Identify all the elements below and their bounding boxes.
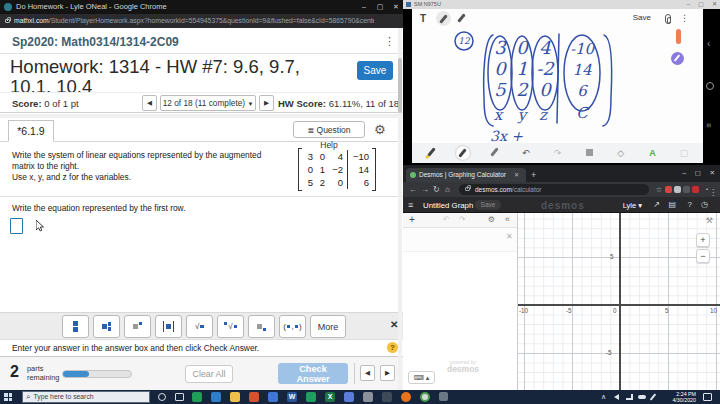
collapse-panel-icon[interactable]: « (505, 214, 510, 224)
eraser-tool-icon[interactable] (487, 147, 501, 159)
text-tool-icon[interactable]: T (420, 13, 426, 24)
previous-question-button[interactable]: ◀ (142, 95, 157, 111)
graph-title[interactable]: Untitled Graph (423, 201, 473, 210)
square-root-icon[interactable]: √ (186, 315, 213, 338)
home-icon[interactable]: ⌂ (445, 182, 450, 197)
answer-input-box[interactable] (10, 218, 23, 234)
undo-icon[interactable]: ↶ (443, 215, 450, 224)
word-icon[interactable]: W (287, 392, 297, 402)
your-phone-icon[interactable] (382, 392, 392, 402)
pen-tool-selected[interactable] (436, 11, 451, 26)
ordered-pair-icon[interactable]: (,) (279, 315, 306, 338)
windows-ink-pen-icon[interactable] (650, 393, 657, 400)
absolute-value-icon[interactable] (155, 315, 182, 338)
extension-icon-4[interactable] (692, 186, 699, 193)
browser-tab[interactable]: Desmos | Graphing Calculator ✕ (406, 168, 526, 182)
sheets-icon[interactable] (306, 392, 316, 402)
file-explorer-icon[interactable] (230, 392, 240, 402)
desmos-save-button[interactable]: Save (475, 200, 501, 210)
nth-root-icon[interactable]: √ (217, 315, 244, 338)
pen-tool-selected-icon[interactable] (456, 146, 470, 160)
task-view-icon[interactable] (175, 393, 184, 401)
taskbar-search-input[interactable]: ⌕Type here to search (22, 391, 150, 403)
new-tab-button[interactable]: + (531, 168, 536, 182)
shape-tool-icon[interactable]: ◇ (614, 148, 628, 158)
taskbar-clock[interactable]: 2:24 PM 4/30/2020 (662, 391, 696, 403)
footer-next-button[interactable]: ▶ (380, 365, 395, 381)
account-menu[interactable]: Lyle ▾ (623, 201, 642, 210)
notes-menu-kebab-icon[interactable]: ⋮ (680, 13, 689, 23)
brush-tool-icon[interactable] (457, 13, 466, 23)
edge-icon[interactable] (268, 392, 278, 402)
saved-graphs-folder-icon[interactable]: ▤ (668, 200, 676, 209)
redo-icon[interactable]: ↷ (459, 215, 466, 224)
question-number-tab[interactable]: *6.1.9 (8, 120, 54, 142)
text-recognition-icon[interactable]: A (645, 148, 659, 158)
network-icon[interactable] (626, 394, 633, 400)
scroll-handle[interactable] (676, 29, 681, 44)
photos-icon[interactable] (344, 392, 354, 402)
selection-tool-icon[interactable] (582, 148, 596, 158)
zoom-out-button[interactable]: − (696, 249, 710, 263)
excel-icon[interactable]: X (325, 392, 335, 402)
firefox-icon[interactable] (401, 392, 411, 402)
attach-paperclip-icon[interactable] (665, 14, 671, 24)
powerpoint-icon[interactable] (249, 392, 259, 402)
fraction-icon[interactable] (62, 315, 89, 338)
settings-app-icon[interactable] (363, 392, 373, 402)
extension-icon-1[interactable] (665, 186, 672, 193)
extension-icon-3[interactable] (683, 186, 690, 193)
bookmark-star-icon[interactable]: ☆ (656, 182, 662, 197)
minimize-button[interactable]: – (687, 0, 690, 9)
graph-paper[interactable]: -10 -5 0 5 10 5 -5 ⚒ + − (518, 213, 720, 390)
mail-icon[interactable] (211, 392, 221, 402)
hamburger-menu-icon[interactable]: ≡ (408, 200, 413, 210)
question-select-dropdown[interactable]: 12 of 18 (11 complete) ▼ (160, 95, 256, 111)
tab-close-icon[interactable]: ✕ (514, 168, 519, 182)
graph-settings-wrench-icon[interactable]: ⚒ (706, 216, 713, 225)
onedrive-cloud-icon[interactable] (638, 395, 646, 399)
reload-icon[interactable]: ↻ (433, 182, 440, 197)
close-button[interactable]: ✕ (712, 0, 717, 9)
history-clock-icon[interactable]: ◷ (701, 200, 708, 209)
action-center-icon[interactable] (703, 393, 712, 401)
add-expression-button[interactable]: + (409, 214, 415, 225)
address-bar[interactable]: mathxl.com/Student/PlayerHomework.aspx?h… (0, 14, 403, 28)
url-box[interactable]: desmos.com/calculator (459, 184, 649, 195)
footer-previous-button[interactable]: ◀ (360, 365, 375, 381)
save-button[interactable]: Save (357, 61, 393, 80)
forward-icon[interactable]: → (421, 182, 429, 197)
android-back-icon[interactable]: ‹ (707, 38, 710, 49)
app-icon-green[interactable] (192, 392, 202, 402)
extension-icon-2[interactable] (674, 186, 681, 193)
remove-expression-icon[interactable]: ✕ (506, 232, 513, 241)
more-palette-button[interactable]: More (310, 315, 346, 338)
chrome-icon[interactable] (420, 392, 430, 402)
zoom-in-button[interactable]: + (696, 233, 710, 247)
phone-titlebar[interactable]: SM N975U – ▢ ✕ (403, 0, 720, 9)
minimize-button[interactable]: – (682, 166, 686, 180)
undo-icon[interactable]: ↶ (519, 148, 533, 158)
maximize-button[interactable]: ▢ (373, 0, 387, 14)
maximize-button[interactable]: ▢ (695, 166, 701, 180)
close-button[interactable]: ✕ (710, 166, 715, 180)
notes-canvas[interactable]: T Save ⋮ 12 3 0 5 0 1 (412, 9, 703, 163)
cortana-icon[interactable] (158, 393, 166, 401)
share-icon[interactable]: ↗ (653, 200, 660, 209)
volume-icon[interactable] (614, 394, 619, 400)
spen-floating-button[interactable] (671, 52, 684, 65)
exponent-icon[interactable] (124, 315, 151, 338)
notes-save-button[interactable]: Save (633, 13, 651, 22)
question-help-button[interactable]: ≣ Question Help (293, 121, 365, 138)
scrollbar[interactable] (398, 28, 402, 390)
close-button[interactable]: ✕ (389, 0, 403, 14)
clear-all-button[interactable]: Clear All (185, 365, 233, 383)
redo-icon[interactable]: ↷ (551, 148, 565, 158)
settings-gear-icon[interactable]: ⚙ (374, 122, 386, 137)
help-icon[interactable]: ? (688, 200, 692, 209)
scrollbar-thumb[interactable] (398, 58, 402, 113)
start-button[interactable] (4, 393, 12, 401)
mathxl-titlebar[interactable]: Do Homework - Lyle ONeal - Google Chrome… (0, 0, 403, 14)
back-icon[interactable]: ← (409, 182, 417, 197)
maximize-button[interactable]: ▢ (698, 0, 704, 9)
